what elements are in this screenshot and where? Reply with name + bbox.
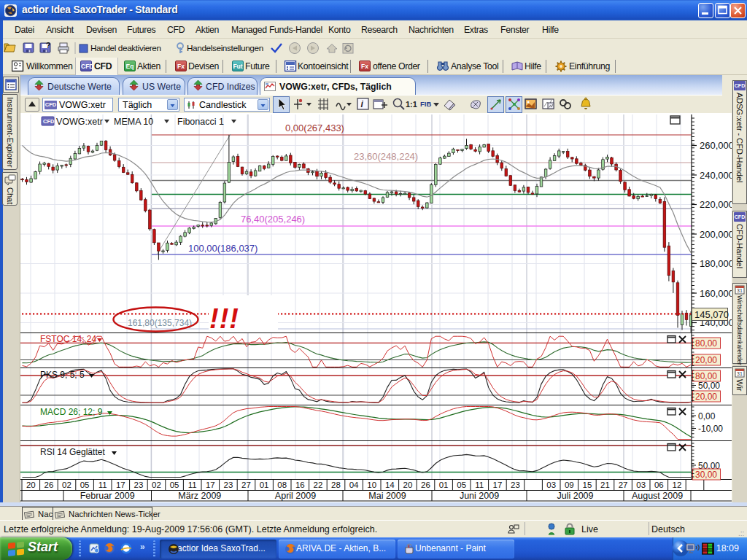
svg-text:16: 16 <box>295 481 305 489</box>
svg-text:05: 05 <box>170 481 179 489</box>
svg-text:03: 03 <box>546 481 556 489</box>
svg-text:15: 15 <box>583 481 592 489</box>
svg-text:04: 04 <box>349 481 359 489</box>
svg-text:27: 27 <box>241 481 251 489</box>
svg-text:31: 31 <box>737 288 743 293</box>
svg-text:10: 10 <box>367 481 376 489</box>
svg-text:80,00: 80,00 <box>695 371 717 381</box>
svg-text:MACD 26; 12; 9: MACD 26; 12; 9 <box>40 407 103 417</box>
svg-text:Mai 2009: Mai 2009 <box>368 491 406 501</box>
svg-text:-10,00: -10,00 <box>698 424 723 434</box>
svg-text:11: 11 <box>475 481 484 489</box>
svg-text:27: 27 <box>619 481 628 489</box>
svg-text:12: 12 <box>673 481 682 489</box>
svg-text:Juni 2009: Juni 2009 <box>460 491 499 501</box>
svg-text:17: 17 <box>493 481 503 489</box>
svg-text:17: 17 <box>116 481 125 489</box>
svg-text:01: 01 <box>439 481 449 489</box>
svg-text:14: 14 <box>385 481 395 489</box>
svg-text:April 2009: April 2009 <box>275 491 316 501</box>
svg-text:50,00: 50,00 <box>698 381 720 391</box>
svg-text:23: 23 <box>224 481 233 489</box>
svg-text:02: 02 <box>152 481 161 489</box>
svg-text:FSTOC 14; 24: FSTOC 14; 24 <box>40 334 96 344</box>
svg-text:23: 23 <box>511 481 520 489</box>
svg-text:145,070: 145,070 <box>694 309 729 320</box>
svg-text:20,00: 20,00 <box>695 392 717 402</box>
svg-text:CFD: CFD <box>43 118 55 125</box>
svg-text:161,80(135,734): 161,80(135,734) <box>128 318 192 328</box>
svg-text:!!!: !!! <box>209 303 239 334</box>
svg-text:05: 05 <box>457 481 466 489</box>
svg-text:260,000: 260,000 <box>700 140 732 151</box>
svg-text:20: 20 <box>403 481 413 489</box>
svg-text:180,000: 180,000 <box>700 258 732 269</box>
svg-text:März 2009: März 2009 <box>178 491 221 501</box>
svg-text:02: 02 <box>62 481 71 489</box>
svg-text:220,000: 220,000 <box>700 199 732 210</box>
svg-text:03: 03 <box>636 481 646 489</box>
svg-text:1:1: 1:1 <box>406 100 417 109</box>
svg-text:21: 21 <box>600 481 610 489</box>
svg-text:09: 09 <box>565 481 574 489</box>
svg-text:17: 17 <box>206 481 215 489</box>
svg-text:160,000: 160,000 <box>700 288 732 299</box>
svg-text:11: 11 <box>188 481 197 489</box>
svg-text:Juli 2009: Juli 2009 <box>557 491 593 501</box>
svg-text:Fibonacci 1: Fibonacci 1 <box>177 117 224 127</box>
svg-text:VOWG:xetr: VOWG:xetr <box>56 117 103 127</box>
svg-text:?: ? <box>46 42 50 50</box>
svg-text:200,000: 200,000 <box>700 229 732 240</box>
svg-text:240,000: 240,000 <box>700 170 732 181</box>
svg-text:0,00: 0,00 <box>698 411 716 421</box>
svg-text:23,60(248,224): 23,60(248,224) <box>354 151 418 162</box>
svg-text:23: 23 <box>134 481 144 489</box>
svg-text:05: 05 <box>80 481 90 489</box>
svg-text:FIB: FIB <box>420 100 431 108</box>
svg-text:0,00(267,433): 0,00(267,433) <box>285 122 344 133</box>
svg-text:31: 31 <box>737 371 743 376</box>
svg-text:80,00: 80,00 <box>695 338 717 349</box>
svg-text:26: 26 <box>44 481 54 489</box>
svg-text:30,00: 30,00 <box>695 470 717 480</box>
svg-text:100,00(186,037): 100,00(186,037) <box>188 243 258 254</box>
svg-text:01: 01 <box>260 481 269 489</box>
svg-text:08: 08 <box>277 481 287 489</box>
svg-text:22: 22 <box>314 481 323 489</box>
svg-text:26: 26 <box>421 481 430 489</box>
svg-text:20: 20 <box>26 481 36 489</box>
svg-text:MEMA 10: MEMA 10 <box>114 117 153 127</box>
svg-text:20,00: 20,00 <box>695 355 717 365</box>
svg-text:Februar 2009: Februar 2009 <box>80 491 135 501</box>
svg-text:August 2009: August 2009 <box>632 491 683 501</box>
svg-text:PKS 9; 5; 5: PKS 9; 5; 5 <box>40 370 85 380</box>
svg-text:76,40(205,246): 76,40(205,246) <box>241 214 305 225</box>
svg-text:11: 11 <box>98 481 107 489</box>
svg-text:06: 06 <box>654 481 664 489</box>
svg-text:RSI 14 Geglättet: RSI 14 Geglättet <box>40 447 105 457</box>
svg-text:28: 28 <box>331 481 341 489</box>
